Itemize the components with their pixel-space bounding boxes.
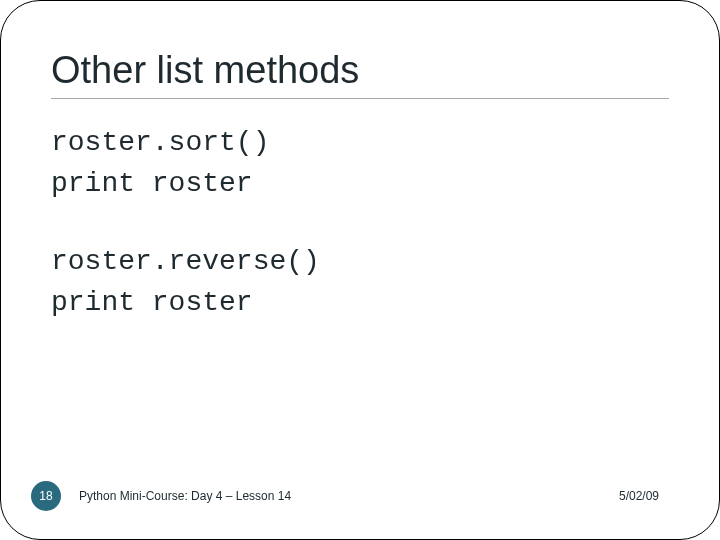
code-line: roster.reverse() — [51, 246, 320, 277]
code-block-1: roster.sort() print roster — [51, 123, 669, 204]
page-number-badge: 18 — [31, 481, 61, 511]
footer-date: 5/02/09 — [619, 489, 659, 503]
page-number: 18 — [39, 489, 52, 503]
footer-course: Python Mini-Course: Day 4 – Lesson 14 — [61, 489, 619, 503]
code-block-2: roster.reverse() print roster — [51, 242, 669, 323]
code-line: print roster — [51, 287, 253, 318]
slide: Other list methods roster.sort() print r… — [0, 0, 720, 540]
code-line: print roster — [51, 168, 253, 199]
title-underline — [51, 98, 669, 99]
footer: 18 Python Mini-Course: Day 4 – Lesson 14… — [1, 481, 719, 511]
slide-title: Other list methods — [51, 49, 669, 92]
code-line: roster.sort() — [51, 127, 269, 158]
